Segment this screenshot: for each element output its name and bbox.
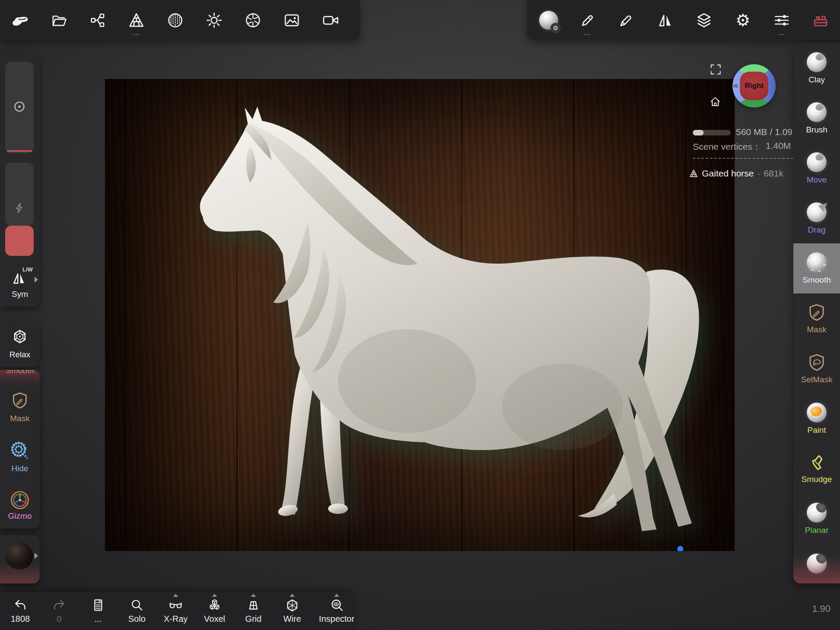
tool-planar[interactable]: Planar: [793, 494, 840, 544]
wire-toggle[interactable]: Wire: [277, 592, 307, 630]
left-panel-tools: Smooth Mask Hide: [0, 370, 40, 529]
drag-sphere-icon: [807, 202, 827, 222]
memory-text-clip: 560 MB / 1.09 G: [736, 127, 794, 137]
tool-label: Smudge: [802, 475, 832, 484]
postprocess-sliders-button[interactable]: ...: [772, 11, 791, 30]
divider-dashed: [693, 158, 793, 159]
tool-label: Smooth: [802, 275, 831, 285]
hide-button[interactable]: Hide: [0, 439, 40, 484]
mask-label: Mask: [0, 414, 40, 423]
history-button[interactable]: ...: [83, 592, 113, 630]
topology-pyramid-icon: [689, 169, 698, 178]
nav-face-label: Right: [745, 82, 763, 90]
toolbox-button[interactable]: [811, 11, 830, 30]
relax-button[interactable]: Relax: [0, 321, 40, 367]
wire-label: Wire: [283, 614, 301, 624]
undo-button[interactable]: 1808: [5, 592, 35, 630]
sculpt-viewport[interactable]: [105, 79, 735, 551]
tool-drag[interactable]: Drag: [793, 193, 840, 243]
voxel-options-chevron[interactable]: [212, 594, 217, 597]
xray-options-chevron[interactable]: [173, 594, 178, 597]
solo-toggle[interactable]: Solo: [122, 592, 152, 630]
xray-toggle[interactable]: X-Ray: [161, 592, 191, 630]
tool-move[interactable]: Move: [793, 143, 840, 193]
layers-button[interactable]: [695, 11, 714, 30]
sliders-more-dots: ...: [772, 31, 791, 35]
material-button[interactable]: ⚙: [539, 11, 558, 30]
lighting-button[interactable]: [205, 11, 224, 30]
orientation-sphere[interactable]: nt Right: [733, 64, 776, 107]
clay-sphere-icon: [807, 52, 827, 72]
tool-smooth-selected[interactable]: Smooth: [793, 243, 840, 293]
paint-sphere-icon: [807, 403, 827, 422]
tool-label: SelMask: [801, 375, 833, 384]
intensity-lightning-icon: [13, 202, 26, 214]
scene-graph-button[interactable]: [88, 11, 107, 30]
tool-label: Drag: [808, 225, 825, 235]
voxel-toggle[interactable]: Voxel: [199, 592, 230, 630]
topology-button[interactable]: ...: [127, 11, 146, 30]
tool-mask[interactable]: Mask: [793, 293, 840, 343]
material-expand-chevron[interactable]: [35, 553, 38, 559]
object-row[interactable]: Gaited horse · 681k: [689, 168, 783, 179]
redo-count: 0: [57, 614, 61, 624]
paint-brush-button[interactable]: [617, 11, 636, 30]
clipped-smooth-slot[interactable]: Smooth: [0, 370, 40, 387]
symmetry-button[interactable]: [656, 11, 675, 30]
symmetry-triangles-icon: [11, 271, 27, 286]
sym-button[interactable]: L/W Sym: [0, 265, 40, 304]
relax-label: Relax: [0, 350, 40, 359]
mask-button[interactable]: Mask: [0, 389, 40, 434]
home-view-icon[interactable]: [709, 96, 721, 108]
settings-gear-button[interactable]: ⚙: [733, 11, 752, 30]
background-image-button[interactable]: [282, 11, 301, 30]
wire-options-chevron[interactable]: [290, 594, 295, 597]
tool-label: Brush: [806, 125, 827, 135]
toolbar-bottom: 1808 0 ... Solo X-Ray Voxel Grid: [0, 592, 354, 630]
tool-paint[interactable]: Paint: [793, 394, 840, 444]
hide-dotted-icon: [10, 441, 30, 460]
tool-selmask[interactable]: SelMask: [793, 343, 840, 394]
scene-vertices-value: 1.40M: [766, 141, 791, 153]
files-folder-button[interactable]: [49, 11, 68, 30]
scene-vertices-label: Scene vertices：: [693, 141, 761, 153]
tool-clay[interactable]: Clay: [793, 43, 840, 93]
redo-button[interactable]: 0: [44, 592, 74, 630]
topology-more-dots: ...: [127, 31, 146, 35]
sym-expand-chevron[interactable]: [35, 277, 38, 283]
tool-label: Planar: [805, 526, 829, 535]
gizmo-axes-icon: [9, 490, 30, 510]
video-camera-button[interactable]: [321, 11, 340, 30]
left-panel-relax: Relax: [0, 321, 40, 367]
inspector-options-chevron[interactable]: [334, 594, 339, 597]
grid-options-chevron[interactable]: [251, 594, 256, 597]
mask-shield-icon: [807, 303, 826, 322]
scene-vertices-row: Scene vertices： 1.40M: [693, 141, 791, 153]
sym-label: Sym: [0, 290, 40, 299]
app-logo[interactable]: [10, 11, 29, 30]
color-swatch[interactable]: [5, 226, 34, 256]
left-panel-material: [0, 535, 40, 583]
memory-bar: [693, 130, 731, 135]
camera-aperture-button[interactable]: [243, 11, 262, 30]
intensity-slider[interactable]: [5, 163, 34, 226]
planar-sphere-icon: [807, 503, 827, 523]
tool-label: Mask: [807, 325, 826, 334]
tool-brush[interactable]: Brush: [793, 93, 840, 143]
object-vertex-count: 681k: [764, 168, 783, 179]
grid-toggle[interactable]: Grid: [238, 592, 268, 630]
stroke-pencil-button[interactable]: ...: [578, 11, 597, 30]
tool-sidebar: Clay Brush Move Drag Smooth Mask SelMask: [793, 43, 840, 583]
stroke-dot: [677, 546, 683, 551]
inspector-toggle[interactable]: Inspector: [316, 592, 357, 630]
fullscreen-icon[interactable]: [710, 63, 722, 76]
move-sphere-icon: [807, 152, 827, 172]
history-more-dots: ...: [95, 614, 102, 624]
radius-slider[interactable]: [5, 62, 34, 153]
gizmo-button[interactable]: Gizmo: [0, 489, 40, 529]
grid-label: Grid: [245, 614, 262, 624]
tool-label: Clay: [808, 75, 825, 85]
matcap-sphere-button[interactable]: [166, 11, 185, 30]
tool-smudge[interactable]: Smudge: [793, 444, 840, 494]
nav-right-face[interactable]: Right: [740, 72, 768, 100]
